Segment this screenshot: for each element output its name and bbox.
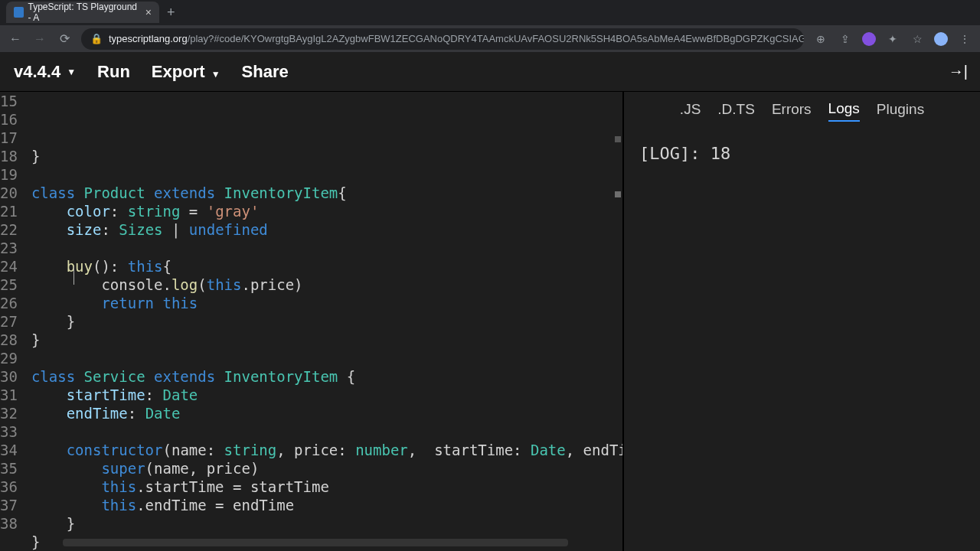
search-icon[interactable]: ⊕ — [813, 33, 828, 45]
code-content[interactable]: }class Product extends InventoryItem{ co… — [31, 92, 622, 551]
address-bar: ← → ⟳ 🔒 typescriptlang.org /play?#code/K… — [0, 24, 980, 52]
line-number: 36 — [0, 478, 18, 496]
ts-favicon-icon — [14, 7, 24, 18]
line-number: 30 — [0, 367, 18, 386]
line-number: 23 — [0, 239, 18, 257]
line-number-gutter: 1516171819202122232425262728293031323334… — [0, 92, 31, 551]
tab-logs[interactable]: Logs — [828, 100, 860, 122]
share-button[interactable]: Share — [242, 62, 289, 82]
tab-js[interactable]: .JS — [680, 101, 701, 121]
line-number: 21 — [0, 202, 18, 220]
minimap-marker — [615, 136, 621, 142]
log-output: [LOG]: 18 — [624, 130, 980, 177]
code-line[interactable]: this.startTime = startTime — [31, 478, 622, 496]
line-number: 17 — [0, 129, 18, 147]
extensions-menu-icon[interactable]: ✦ — [885, 33, 900, 45]
tab-errors[interactable]: Errors — [772, 101, 812, 121]
horizontal-scrollbar[interactable] — [63, 539, 568, 546]
extension-icon[interactable] — [862, 32, 876, 46]
line-number: 29 — [0, 349, 18, 367]
code-line[interactable]: return this — [31, 294, 622, 312]
url-host: typescriptlang.org — [109, 33, 188, 44]
code-line[interactable]: } — [31, 331, 622, 349]
log-line: [LOG]: 18 — [639, 144, 965, 163]
line-number: 18 — [0, 147, 18, 165]
line-number: 22 — [0, 220, 18, 239]
minimap[interactable] — [609, 92, 622, 551]
code-line[interactable] — [31, 165, 622, 184]
code-line[interactable]: constructor(name: string, price: number,… — [31, 441, 622, 459]
profile-avatar[interactable] — [934, 32, 948, 46]
line-number: 34 — [0, 441, 18, 459]
code-line[interactable] — [31, 422, 622, 441]
line-number: 31 — [0, 386, 18, 404]
export-label: Export — [152, 62, 205, 81]
code-line[interactable]: size: Sizes | undefined — [31, 220, 622, 239]
export-dropdown[interactable]: Export ▼ — [152, 62, 220, 82]
version-label: v4.4.4 — [14, 62, 60, 82]
close-icon[interactable]: × — [145, 6, 152, 18]
code-line[interactable] — [31, 239, 622, 257]
output-tabs: .JS .D.TS Errors Logs Plugins — [624, 92, 980, 130]
bookmark-icon[interactable]: ☆ — [910, 33, 925, 45]
line-number: 27 — [0, 312, 18, 331]
code-line[interactable]: endTime: Date — [31, 404, 622, 422]
line-number: 26 — [0, 294, 18, 312]
playground-toolbar: v4.4.4 ▼ Run Export ▼ Share →| — [0, 52, 980, 92]
text-cursor — [74, 266, 74, 285]
code-line[interactable]: console.log(this.price) — [31, 276, 622, 294]
run-button[interactable]: Run — [97, 62, 130, 82]
code-line[interactable]: } — [31, 514, 622, 533]
browser-tab[interactable]: TypeScript: TS Playground - A × — [6, 2, 159, 23]
new-tab-button[interactable]: + — [167, 5, 175, 21]
line-number: 32 — [0, 404, 18, 422]
code-line[interactable]: class Product extends InventoryItem{ — [31, 184, 622, 202]
line-number: 33 — [0, 422, 18, 441]
line-number: 35 — [0, 459, 18, 478]
share-icon[interactable]: ⇪ — [838, 33, 853, 45]
tab-title: TypeScript: TS Playground - A — [28, 2, 138, 23]
menu-icon[interactable]: ⋮ — [957, 33, 972, 45]
line-number: 38 — [0, 514, 18, 533]
chevron-down-icon: ▼ — [211, 69, 220, 80]
code-line[interactable]: buy(): this{ — [31, 257, 622, 276]
tab-dts[interactable]: .D.TS — [717, 101, 755, 121]
code-line[interactable]: color: string = 'gray' — [31, 202, 622, 220]
line-number: 37 — [0, 496, 18, 514]
browser-tab-bar: TypeScript: TS Playground - A × + — [0, 0, 980, 24]
reload-button[interactable]: ⟳ — [57, 31, 72, 46]
code-editor[interactable]: 1516171819202122232425262728293031323334… — [0, 92, 622, 551]
back-button[interactable]: ← — [8, 32, 23, 46]
line-number: 24 — [0, 257, 18, 276]
line-number: 19 — [0, 165, 18, 184]
code-line[interactable]: } — [31, 147, 622, 165]
code-line[interactable]: } — [31, 312, 622, 331]
line-number: 20 — [0, 184, 18, 202]
minimap-marker — [615, 191, 621, 197]
forward-button: → — [32, 32, 47, 46]
tab-plugins[interactable]: Plugins — [877, 101, 924, 121]
line-number: 15 — [0, 92, 18, 110]
lock-icon: 🔒 — [90, 33, 103, 44]
code-line[interactable]: super(name, price) — [31, 459, 622, 478]
code-line[interactable]: startTime: Date — [31, 386, 622, 404]
url-input[interactable]: 🔒 typescriptlang.org /play?#code/KYOwrgt… — [81, 28, 804, 50]
line-number: 25 — [0, 276, 18, 294]
version-dropdown[interactable]: v4.4.4 ▼ — [14, 62, 76, 82]
code-line[interactable] — [31, 349, 622, 367]
line-number: 16 — [0, 110, 18, 129]
chevron-down-icon: ▼ — [67, 67, 76, 77]
line-number: 28 — [0, 331, 18, 349]
url-path: /play?#code/KYOwrgtgBAygIgL2AZygbwFBW1ZE… — [188, 33, 804, 44]
code-line[interactable]: this.endTime = endTime — [31, 496, 622, 514]
code-line[interactable]: class Service extends InventoryItem { — [31, 367, 622, 386]
collapse-sidebar-icon[interactable]: →| — [949, 63, 968, 80]
